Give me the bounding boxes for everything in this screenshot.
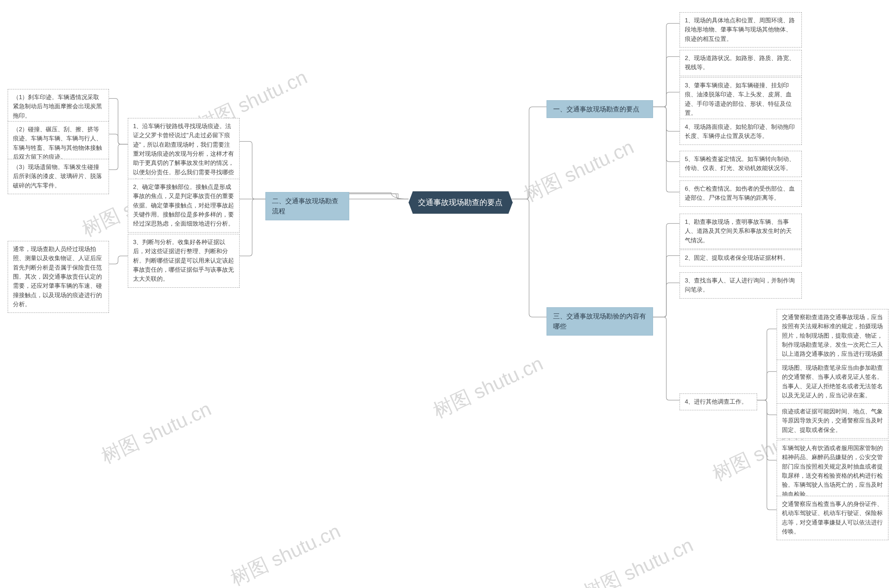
b3-leaf-2[interactable]: 2、固定、提取或者保全现场证据材料。 bbox=[680, 250, 802, 267]
b3-4-sub-3[interactable]: 痕迹或者证据可能因时间、地点、气象等原因导致灭失的，交通警察应当及时固定、提取或… bbox=[777, 403, 888, 439]
branch-1[interactable]: 一、交通事故现场勘查的要点 bbox=[547, 100, 653, 118]
b1-leaf-1[interactable]: 1、现场的具体地点和位置、周围环境、路段地形地物、肇事车辆与现场其他物体、痕迹的… bbox=[680, 12, 802, 47]
b1-leaf-6[interactable]: 6、伤亡检查情况。如伤者的受伤部位、血迹部位、尸体位置与车辆的距离等。 bbox=[680, 181, 802, 207]
watermark: 树图 shutu.cn bbox=[226, 518, 345, 588]
b2-1-sub-3[interactable]: （3）现场遗留物。车辆发生碰撞后所剥落的漆皮、玻璃碎片、脱落破碎的汽车零件。 bbox=[8, 159, 109, 194]
branch-3[interactable]: 三、交通事故现场勘验的内容有哪些 bbox=[547, 307, 653, 336]
b2-1-sub-1[interactable]: （1）刹车印迹。车辆遇情况采取紧急制动后与地面摩擦会出现炭黑拖印。 bbox=[8, 89, 109, 124]
watermark: 树图 shutu.cn bbox=[519, 134, 638, 208]
b2-3-sub-1[interactable]: 通常，现场查勘人员经过现场拍照、测量以及收集物证、人证后应首先判断分析是否属于保… bbox=[8, 241, 109, 313]
b3-4-sub-5[interactable]: 交通警察应当检查当事人的身份证件、机动车驾驶证、机动车行驶证、保险标志等，对交通… bbox=[777, 496, 888, 540]
b3-4-sub-2[interactable]: 现场图、现场勘查笔录应当由参加勘查的交通警察、当事人或者见证人签名。当事人、见证… bbox=[777, 360, 888, 404]
b1-leaf-5[interactable]: 5、车辆检查鉴定情况。如车辆转向制动、传动、仪表、灯光、发动机效能状况等。 bbox=[680, 151, 802, 177]
watermark: 树图 shutu.cn bbox=[429, 351, 548, 425]
root-node[interactable]: 交通事故现场勘查的要点 bbox=[409, 191, 513, 214]
mindmap-canvas: 树图 shutu.cn 树图 shutu.cn 树图 shutu.cn 树图 s… bbox=[0, 0, 894, 588]
b2-leaf-3[interactable]: 3、判断与分析。收集好各种证据以后，对这些证据进行整理、判断和分析。判断哪些证据… bbox=[128, 234, 240, 288]
b3-leaf-1[interactable]: 1、勘查事故现场，查明事故车辆、当事人、道路及其空间关系和事故发生时的天气情况。 bbox=[680, 214, 802, 249]
b1-leaf-2[interactable]: 2、现场道路状况。如路形、路质、路宽、视线等。 bbox=[680, 50, 802, 76]
b3-leaf-4[interactable]: 4、进行其他调查工作。 bbox=[680, 394, 757, 410]
b3-4-sub-4[interactable]: 车辆驾驶人有饮酒或者服用国家管制的精神药品、麻醉药品嫌疑的，公安交管部门应当按照… bbox=[777, 440, 888, 503]
b2-leaf-2[interactable]: 2、确定肇事接触部位。接触点是形成事故的焦点，又是判定事故责任的重要依据。确定肇… bbox=[128, 179, 240, 232]
b1-leaf-4[interactable]: 4、现场路面痕迹。如轮胎印迹、制动拖印长度、车辆停止位置及状态等。 bbox=[680, 119, 802, 145]
watermark: 树图 shutu.cn bbox=[97, 396, 216, 470]
b3-leaf-3[interactable]: 3、查找当事人、证人进行询问，并制作询问笔录。 bbox=[680, 272, 802, 299]
branch-2[interactable]: 二、交通事故现场勘查流程 bbox=[266, 192, 349, 220]
b1-leaf-3[interactable]: 3、肇事车辆痕迹。如车辆碰撞、挂划印痕、油漆脱落印迹、车上头发、皮屑、血迹、手印… bbox=[680, 77, 802, 122]
watermark: 树图 shutu.cn bbox=[579, 532, 698, 588]
